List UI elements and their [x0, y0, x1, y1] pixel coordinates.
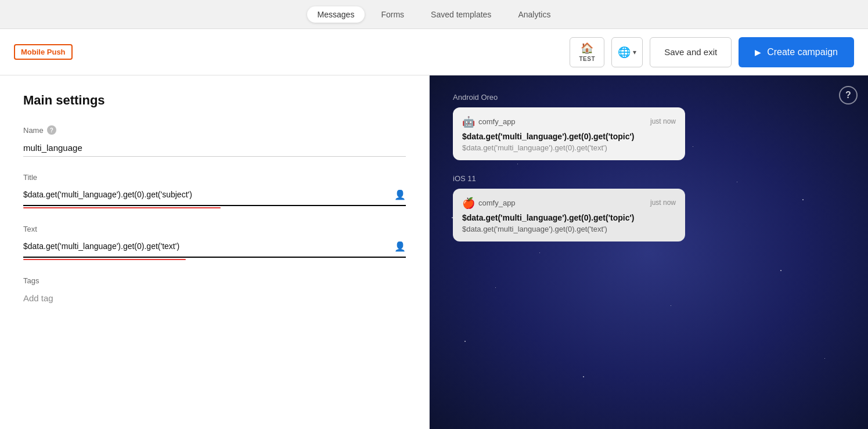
globe-icon: 🌐 [618, 46, 631, 59]
ios-card-header: 🍎 comfy_app just now [462, 197, 676, 208]
tab-saved-templates[interactable]: Saved templates [420, 6, 502, 23]
text-label-row: Text [23, 225, 406, 233]
tags-add-placeholder[interactable]: Add tag [23, 290, 406, 307]
test-label: TEST [579, 56, 595, 62]
chevron-down-icon: ▾ [633, 48, 636, 56]
text-label: Text [23, 225, 37, 233]
ios-app-name: comfy_app [478, 199, 516, 207]
title-error-underline [23, 207, 221, 208]
title-label-row: Title [23, 173, 406, 182]
mobile-push-label: Mobile Push [14, 44, 73, 60]
title-person-icon[interactable]: 👤 [394, 189, 406, 200]
tab-forms[interactable]: Forms [370, 6, 415, 23]
test-button[interactable]: 🏠 TEST [570, 37, 604, 67]
name-label: Name [23, 126, 44, 135]
android-os-label: Android Oreo [453, 93, 845, 102]
text-input[interactable] [23, 238, 388, 254]
title-input[interactable] [23, 186, 388, 203]
tags-label: Tags [23, 276, 39, 285]
star-13 [583, 376, 584, 377]
name-value: multi_language [23, 139, 406, 157]
text-field-group: Text 👤 [23, 225, 406, 260]
top-nav: Messages Forms Saved templates Analytics [0, 0, 868, 29]
ios-card-text: $data.get('multi_language').get(0).get('… [462, 225, 676, 233]
tab-analytics[interactable]: Analytics [507, 6, 561, 23]
android-card-header: 🤖 comfy_app just now [462, 116, 676, 127]
android-card-title: $data.get('multi_language').get(0).get('… [462, 132, 676, 141]
name-help-icon[interactable]: ? [47, 125, 56, 135]
create-campaign-button[interactable]: ▶ Create campaign [739, 37, 854, 67]
text-person-icon[interactable]: 👤 [394, 241, 406, 252]
house-icon: 🏠 [581, 42, 593, 55]
play-icon: ▶ [755, 48, 761, 57]
main-content: Main settings Name ? multi_language Titl… [0, 75, 868, 429]
save-exit-button[interactable]: Save and exit [650, 37, 732, 67]
android-app-name: comfy_app [478, 117, 516, 126]
tags-label-row: Tags [23, 276, 406, 285]
ios-notification-card: 🍎 comfy_app just now $data.get('multi_la… [453, 189, 685, 241]
preview-section: Android Oreo 🤖 comfy_app just now $data.… [430, 75, 868, 273]
text-error-underline [23, 259, 186, 260]
android-app-icon: 🤖 [462, 116, 474, 127]
ios-os-label: iOS 11 [453, 174, 845, 183]
title-label: Title [23, 173, 37, 182]
left-panel: Main settings Name ? multi_language Titl… [0, 75, 430, 429]
section-title: Main settings [23, 93, 406, 108]
right-panel: ? Android Oreo 🤖 comfy_app just now $dat… [430, 75, 868, 429]
title-field-group: Title 👤 [23, 173, 406, 208]
toolbar: Mobile Push 🏠 TEST 🌐 ▾ Save and exit ▶ C… [0, 29, 868, 75]
tags-field-group: Tags Add tag [23, 276, 406, 307]
tab-messages[interactable]: Messages [307, 6, 365, 23]
name-label-row: Name ? [23, 125, 406, 135]
language-selector[interactable]: 🌐 ▾ [611, 37, 643, 67]
help-button[interactable]: ? [839, 86, 858, 104]
ios-card-title: $data.get('multi_language').get(0).get('… [462, 213, 676, 222]
android-card-time: just now [650, 117, 676, 125]
android-notification-card: 🤖 comfy_app just now $data.get('multi_la… [453, 107, 685, 160]
ios-card-time: just now [650, 199, 676, 207]
name-field-group: Name ? multi_language [23, 125, 406, 157]
text-input-row: 👤 [23, 238, 406, 258]
ios-app-icon: 🍎 [462, 197, 474, 208]
title-input-row: 👤 [23, 186, 406, 206]
android-card-text: $data.get('multi_language').get(0).get('… [462, 143, 676, 152]
create-campaign-label: Create campaign [767, 47, 838, 57]
